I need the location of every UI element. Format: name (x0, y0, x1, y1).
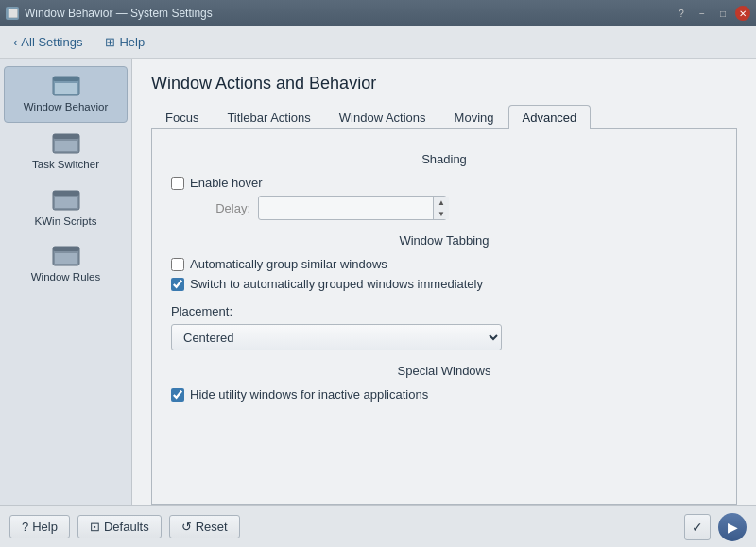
bottom-bar: ? Help ⊡ Defaults ↺ Reset ✓ ▶ (0, 505, 756, 547)
svg-rect-11 (55, 253, 77, 264)
auto-group-checkbox[interactable] (171, 258, 184, 271)
hide-utility-row: Hide utility windows for inactive applic… (156, 387, 732, 402)
help-nav-button[interactable]: ⊞ Help (101, 33, 148, 51)
hide-utility-label: Hide utility windows for inactive applic… (190, 387, 428, 402)
enable-hover-label: Enable hover (190, 176, 263, 190)
svg-rect-10 (53, 247, 79, 251)
help-bottom-label: Help (32, 520, 58, 534)
tab-titlebar-actions[interactable]: Titlebar Actions (213, 105, 324, 129)
spin-up-button[interactable]: ▲ (434, 197, 449, 208)
main-panel: Window Actions and Behavior Focus Titleb… (132, 59, 756, 505)
sidebar-item-label-task-switcher: Task Switcher (32, 159, 99, 172)
sidebar-item-kwin-scripts[interactable]: KWin Scripts (4, 181, 128, 236)
defaults-button[interactable]: ⊡ Defaults (77, 515, 162, 538)
window-tabbing-section-header: Window Tabbing (156, 233, 732, 248)
reset-label: Reset (196, 520, 228, 534)
titlebar-left: ⬜ Window Behavior — System Settings (6, 7, 213, 20)
delay-label: Delay: (194, 201, 250, 215)
help-bottom-button[interactable]: ? Help (9, 515, 70, 538)
placement-row: Placement: Centered Random Smart Cascade… (156, 304, 732, 350)
tab-focus[interactable]: Focus (151, 105, 213, 129)
apply-button[interactable]: ✓ (684, 514, 711, 540)
delay-row: Delay: 250 ms ▲ ▼ (156, 196, 732, 220)
placement-dropdown[interactable]: Centered Random Smart Cascade Maximized … (171, 324, 502, 350)
sidebar-item-window-rules[interactable]: Window Rules (4, 237, 128, 292)
help-bottom-icon: ? (22, 520, 28, 534)
svg-rect-8 (55, 197, 77, 208)
special-windows-section-header: Special Windows (156, 364, 732, 378)
tabs: Focus Titlebar Actions Window Actions Mo… (151, 105, 737, 129)
enable-hover-row: Enable hover (156, 176, 732, 190)
defaults-label: Defaults (104, 520, 149, 534)
switch-grouped-row: Switch to automatically grouped windows … (156, 277, 732, 291)
sidebar-item-label-window-rules: Window Rules (31, 271, 101, 284)
content-area: Window Behavior Task Switcher (0, 59, 756, 505)
close-button[interactable]: ✕ (735, 6, 750, 21)
shading-section-header: Shading (156, 152, 732, 166)
sidebar-item-label-window-behavior: Window Behavior (24, 101, 108, 114)
window-title: Window Behavior — System Settings (25, 7, 213, 20)
spin-buttons: ▲ ▼ (433, 197, 449, 219)
svg-rect-4 (53, 134, 79, 139)
tab-advanced[interactable]: Advanced (508, 105, 592, 129)
auto-group-row: Automatically group similar windows (156, 257, 732, 271)
reset-button[interactable]: ↺ Reset (169, 515, 240, 538)
checkmark-icon: ✓ (692, 520, 703, 535)
tab-moving[interactable]: Moving (440, 105, 508, 129)
nav-bar: ‹ All Settings ⊞ Help (0, 26, 756, 59)
spin-down-button[interactable]: ▼ (434, 208, 449, 219)
switch-grouped-label: Switch to automatically grouped windows … (190, 277, 483, 291)
tab-content-advanced: Shading Enable hover Delay: 250 ms ▲ ▼ (151, 129, 737, 505)
svg-rect-1 (53, 77, 79, 81)
titlebar-controls: ? − □ ✕ (673, 5, 750, 22)
switch-grouped-checkbox[interactable] (171, 278, 184, 291)
back-label: All Settings (21, 35, 82, 49)
task-switcher-icon (51, 132, 81, 155)
confirm-icon: ▶ (728, 520, 738, 535)
minimize-button[interactable]: − (694, 5, 711, 22)
bottom-right-buttons: ✓ ▶ (684, 513, 747, 541)
svg-rect-5 (55, 141, 77, 151)
sidebar: Window Behavior Task Switcher (0, 59, 132, 505)
svg-rect-7 (53, 191, 79, 196)
help-nav-label: Help (119, 35, 145, 49)
placement-label: Placement: (171, 304, 717, 318)
enable-hover-checkbox[interactable] (171, 177, 184, 190)
svg-rect-2 (55, 83, 77, 94)
window-behavior-icon (51, 75, 81, 97)
back-arrow-icon: ‹ (13, 35, 17, 49)
sidebar-item-window-behavior[interactable]: Window Behavior (4, 66, 128, 123)
window-rules-icon (51, 245, 81, 267)
hide-utility-checkbox[interactable] (171, 388, 184, 402)
sidebar-item-task-switcher[interactable]: Task Switcher (4, 125, 128, 179)
app-icon: ⬜ (6, 7, 19, 20)
panel-title: Window Actions and Behavior (151, 74, 737, 94)
help-icon: ⊞ (105, 35, 115, 49)
sidebar-item-label-kwin-scripts: KWin Scripts (35, 215, 97, 229)
back-button[interactable]: ‹ All Settings (9, 33, 86, 51)
auto-group-label: Automatically group similar windows (190, 257, 387, 271)
delay-input[interactable]: 250 ms (259, 199, 433, 217)
tab-window-actions[interactable]: Window Actions (325, 105, 440, 129)
bottom-left-buttons: ? Help ⊡ Defaults ↺ Reset (9, 515, 240, 538)
delay-spinbox: 250 ms ▲ ▼ (258, 196, 447, 220)
kwin-scripts-icon (51, 189, 81, 212)
titlebar: ⬜ Window Behavior — System Settings ? − … (0, 0, 756, 26)
app-body: ‹ All Settings ⊞ Help Window Behavior (0, 26, 756, 547)
maximize-button[interactable]: □ (714, 5, 731, 22)
reset-icon: ↺ (181, 520, 192, 534)
confirm-button[interactable]: ▶ (718, 513, 747, 541)
defaults-icon: ⊡ (90, 520, 100, 534)
help-button[interactable]: ? (673, 5, 690, 22)
